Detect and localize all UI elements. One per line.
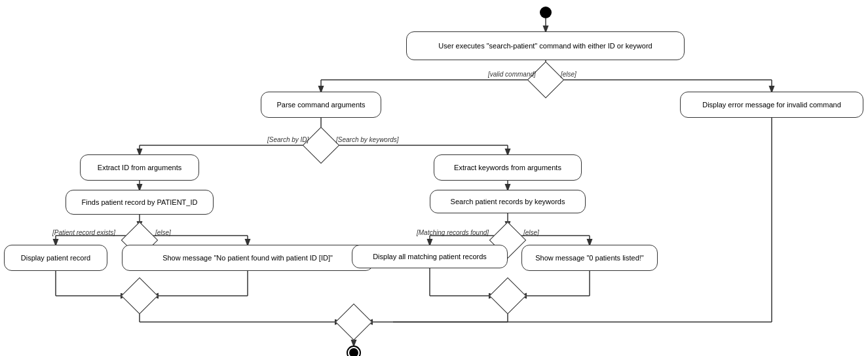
extract-keywords-node: Extract keywords from arguments: [434, 154, 582, 181]
find-patient-node: Finds patient record by PATIENT_ID: [66, 190, 214, 215]
search-by-id-label: [Search by ID]: [267, 136, 309, 143]
matching-found-label: [Matching records found]: [417, 229, 489, 236]
search-by-keywords-label: [Search by keywords]: [336, 136, 399, 143]
parse-args-node: Parse command arguments: [261, 92, 381, 118]
diagram-container: User executes "search-patient" command w…: [0, 0, 868, 356]
display-all-node: Display all matching patient records: [352, 245, 508, 268]
display-patient-node: Display patient record: [4, 245, 107, 271]
valid-command-label: [valid command]: [488, 71, 536, 78]
end-node: [347, 346, 361, 356]
search-keywords-node: Search patient records by keywords: [430, 190, 586, 213]
show-no-patient-node: Show message "No patient found with pati…: [122, 245, 373, 271]
user-executes-node: User executes "search-patient" command w…: [406, 31, 685, 60]
patient-record-exists-label: [Patient record exists]: [52, 229, 115, 236]
else3-label: [else]: [523, 229, 539, 236]
else2-label: [else]: [155, 229, 171, 236]
display-error-node: Display error message for invalid comman…: [680, 92, 863, 118]
else1-label: [else]: [561, 71, 576, 78]
extract-id-node: Extract ID from arguments: [80, 154, 199, 181]
start-node: [540, 7, 552, 18]
show-zero-node: Show message "0 patients listed!": [521, 245, 658, 271]
end-node-inner: [349, 348, 358, 356]
